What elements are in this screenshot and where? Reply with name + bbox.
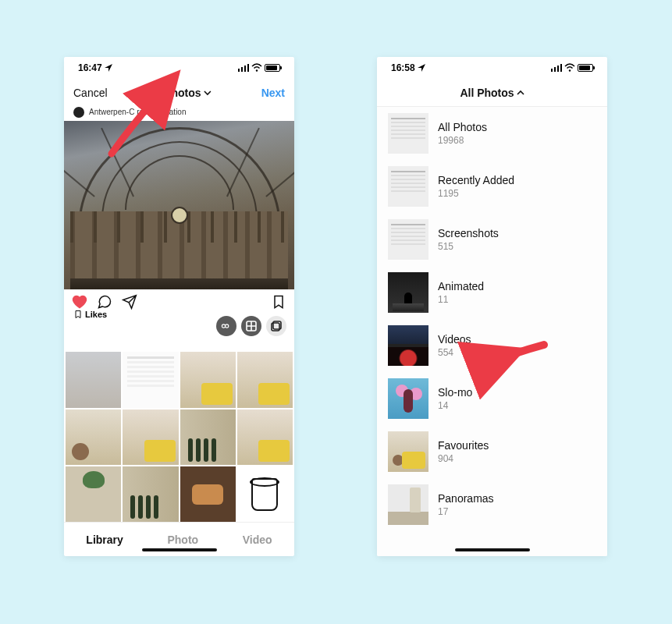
- status-time: 16:47: [78, 62, 112, 73]
- album-selector-title: All Photos: [460, 87, 514, 99]
- location-arrow-icon: [418, 64, 425, 72]
- wifi-icon: [251, 63, 262, 73]
- status-bar: 16:58: [377, 57, 607, 79]
- album-count: 1195: [438, 188, 514, 199]
- status-indicators: [238, 63, 280, 73]
- album-count: 14: [438, 400, 472, 411]
- photo-thumb[interactable]: [180, 466, 236, 522]
- album-selector[interactable]: All Photos: [460, 87, 524, 99]
- album-row-recently-added[interactable]: Recently Added1195: [377, 160, 607, 213]
- clock-text: 16:47: [78, 62, 102, 73]
- album-count: 17: [438, 506, 494, 517]
- photo-thumb[interactable]: [180, 410, 236, 465]
- chevron-down-icon: [204, 89, 212, 97]
- album-row-animated[interactable]: Animated11: [377, 266, 607, 319]
- photo-thumb[interactable]: [237, 352, 293, 407]
- album-text: Videos554: [438, 333, 471, 358]
- album-selector[interactable]: All Photos: [147, 87, 211, 99]
- tab-photo[interactable]: Photo: [167, 534, 198, 546]
- album-title: Screenshots: [438, 227, 499, 239]
- photo-thumb[interactable]: [123, 466, 178, 522]
- status-bar: 16:47: [64, 57, 294, 79]
- multiselect-button[interactable]: [266, 316, 286, 336]
- album-count: 904: [438, 453, 489, 464]
- album-thumb: [388, 484, 428, 525]
- photo-thumb[interactable]: [66, 466, 121, 522]
- signal-icon: [551, 64, 562, 72]
- layout-button[interactable]: [241, 316, 261, 336]
- album-title: Slo-mo: [438, 386, 472, 399]
- album-thumb: [388, 325, 428, 366]
- album-thumb: [388, 272, 428, 313]
- post-location-row: Antwerpen-C railway station: [64, 107, 294, 121]
- album-row-panoramas[interactable]: Panoramas17: [377, 478, 607, 531]
- photo-thumb[interactable]: [66, 352, 121, 407]
- avatar-icon: [73, 107, 84, 118]
- post-location-text: Antwerpen-C railway station: [89, 108, 187, 116]
- svg-point-4: [569, 69, 571, 71]
- album-title: Panoramas: [438, 492, 494, 505]
- status-indicators: [551, 63, 593, 73]
- photo-thumb[interactable]: [237, 466, 293, 522]
- clock-text: 16:58: [391, 62, 415, 73]
- post-action-row: [64, 289, 294, 310]
- comment-icon[interactable]: [97, 294, 112, 310]
- album-row-slo-mo[interactable]: Slo-mo14: [377, 372, 607, 425]
- photo-thumb[interactable]: [66, 410, 121, 465]
- photo-thumb[interactable]: [123, 352, 178, 407]
- album-row-videos[interactable]: Videos554: [377, 319, 607, 372]
- album-title: Videos: [438, 333, 471, 346]
- album-count: 515: [438, 241, 499, 252]
- cancel-button[interactable]: Cancel: [73, 87, 108, 99]
- photo-grid: [64, 352, 294, 522]
- photo-thumb[interactable]: [237, 410, 293, 465]
- boomerang-button[interactable]: [216, 316, 236, 336]
- album-selector-title: All Photos: [147, 87, 201, 99]
- like-icon[interactable]: [72, 294, 87, 310]
- album-text: Slo-mo14: [438, 386, 472, 411]
- battery-icon: [578, 64, 593, 72]
- album-title: Recently Added: [438, 174, 514, 186]
- nav-bar: Cancel All Photos Next: [64, 79, 294, 107]
- phone-right: 16:58 All Photos All Photos19968Recently…: [377, 57, 607, 556]
- album-title: All Photos: [438, 121, 487, 133]
- home-indicator: [142, 548, 217, 551]
- photo-thumb[interactable]: [180, 352, 236, 407]
- album-row-all-photos[interactable]: All Photos19968: [377, 107, 607, 160]
- wifi-icon: [564, 63, 575, 73]
- album-count: 19968: [438, 135, 487, 146]
- album-title: Favourites: [438, 439, 489, 452]
- album-thumb: [388, 431, 428, 472]
- home-indicator: [455, 548, 530, 551]
- album-text: Panoramas17: [438, 492, 494, 517]
- mode-icon-row: [216, 316, 286, 336]
- album-thumb: [388, 378, 428, 419]
- album-row-screenshots[interactable]: Screenshots515: [377, 213, 607, 266]
- album-row-favourites[interactable]: Favourites904: [377, 425, 607, 478]
- album-text: Recently Added1195: [438, 174, 514, 199]
- chevron-up-icon: [517, 89, 524, 97]
- tab-video[interactable]: Video: [243, 534, 272, 546]
- next-button[interactable]: Next: [261, 87, 285, 99]
- status-time: 16:58: [391, 62, 425, 73]
- selected-photo-preview[interactable]: [64, 121, 294, 290]
- battery-icon: [265, 64, 280, 72]
- signal-icon: [238, 64, 249, 72]
- album-count: 11: [438, 294, 484, 305]
- album-thumb: [388, 166, 428, 207]
- album-text: Animated11: [438, 280, 484, 305]
- like-small-icon: [73, 310, 83, 319]
- phone-left: 16:47 Cancel All Photos Next Antwerpen-C…: [64, 57, 294, 556]
- bookmark-icon[interactable]: [271, 294, 286, 310]
- share-icon[interactable]: [122, 294, 137, 310]
- photo-thumb[interactable]: [123, 410, 178, 465]
- album-list[interactable]: All Photos19968Recently Added1195Screens…: [377, 107, 607, 556]
- tab-library[interactable]: Library: [86, 534, 123, 546]
- location-arrow-icon: [105, 64, 112, 72]
- album-text: All Photos19968: [438, 121, 487, 146]
- album-thumb: [388, 113, 428, 154]
- album-text: Favourites904: [438, 439, 489, 464]
- album-text: Screenshots515: [438, 227, 499, 252]
- nav-bar: All Photos: [377, 79, 607, 107]
- svg-point-0: [256, 69, 258, 71]
